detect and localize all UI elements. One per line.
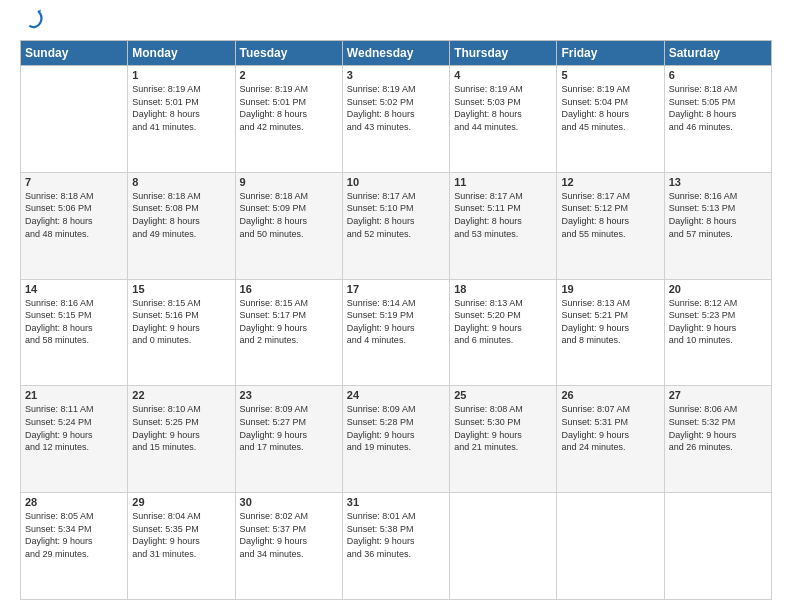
- day-info: Sunrise: 8:17 AM Sunset: 5:12 PM Dayligh…: [561, 190, 659, 240]
- calendar-cell: 7Sunrise: 8:18 AM Sunset: 5:06 PM Daylig…: [21, 172, 128, 279]
- day-number: 10: [347, 176, 445, 188]
- day-info: Sunrise: 8:04 AM Sunset: 5:35 PM Dayligh…: [132, 510, 230, 560]
- weekday-header: Wednesday: [342, 41, 449, 66]
- day-info: Sunrise: 8:19 AM Sunset: 5:02 PM Dayligh…: [347, 83, 445, 133]
- calendar-cell: 26Sunrise: 8:07 AM Sunset: 5:31 PM Dayli…: [557, 386, 664, 493]
- day-number: 27: [669, 389, 767, 401]
- day-info: Sunrise: 8:11 AM Sunset: 5:24 PM Dayligh…: [25, 403, 123, 453]
- day-number: 23: [240, 389, 338, 401]
- day-number: 15: [132, 283, 230, 295]
- day-info: Sunrise: 8:15 AM Sunset: 5:17 PM Dayligh…: [240, 297, 338, 347]
- day-number: 25: [454, 389, 552, 401]
- day-number: 20: [669, 283, 767, 295]
- day-info: Sunrise: 8:17 AM Sunset: 5:10 PM Dayligh…: [347, 190, 445, 240]
- calendar-cell: 19Sunrise: 8:13 AM Sunset: 5:21 PM Dayli…: [557, 279, 664, 386]
- calendar-header-row: SundayMondayTuesdayWednesdayThursdayFrid…: [21, 41, 772, 66]
- calendar-cell: 6Sunrise: 8:18 AM Sunset: 5:05 PM Daylig…: [664, 66, 771, 173]
- day-number: 4: [454, 69, 552, 81]
- day-number: 31: [347, 496, 445, 508]
- calendar-cell: 12Sunrise: 8:17 AM Sunset: 5:12 PM Dayli…: [557, 172, 664, 279]
- day-info: Sunrise: 8:15 AM Sunset: 5:16 PM Dayligh…: [132, 297, 230, 347]
- day-info: Sunrise: 8:13 AM Sunset: 5:20 PM Dayligh…: [454, 297, 552, 347]
- weekday-header: Friday: [557, 41, 664, 66]
- calendar-cell: 18Sunrise: 8:13 AM Sunset: 5:20 PM Dayli…: [450, 279, 557, 386]
- day-info: Sunrise: 8:07 AM Sunset: 5:31 PM Dayligh…: [561, 403, 659, 453]
- calendar-cell: 31Sunrise: 8:01 AM Sunset: 5:38 PM Dayli…: [342, 493, 449, 600]
- day-number: 18: [454, 283, 552, 295]
- day-number: 8: [132, 176, 230, 188]
- weekday-header: Saturday: [664, 41, 771, 66]
- day-number: 13: [669, 176, 767, 188]
- day-number: 3: [347, 69, 445, 81]
- weekday-header: Tuesday: [235, 41, 342, 66]
- calendar-cell: 14Sunrise: 8:16 AM Sunset: 5:15 PM Dayli…: [21, 279, 128, 386]
- day-info: Sunrise: 8:16 AM Sunset: 5:15 PM Dayligh…: [25, 297, 123, 347]
- day-number: 26: [561, 389, 659, 401]
- day-info: Sunrise: 8:19 AM Sunset: 5:03 PM Dayligh…: [454, 83, 552, 133]
- day-info: Sunrise: 8:18 AM Sunset: 5:08 PM Dayligh…: [132, 190, 230, 240]
- calendar-week-row: 21Sunrise: 8:11 AM Sunset: 5:24 PM Dayli…: [21, 386, 772, 493]
- day-number: 6: [669, 69, 767, 81]
- day-number: 11: [454, 176, 552, 188]
- day-number: 12: [561, 176, 659, 188]
- calendar-cell: [450, 493, 557, 600]
- calendar-cell: 10Sunrise: 8:17 AM Sunset: 5:10 PM Dayli…: [342, 172, 449, 279]
- calendar-cell: 17Sunrise: 8:14 AM Sunset: 5:19 PM Dayli…: [342, 279, 449, 386]
- day-info: Sunrise: 8:09 AM Sunset: 5:27 PM Dayligh…: [240, 403, 338, 453]
- calendar-cell: [21, 66, 128, 173]
- calendar-cell: 30Sunrise: 8:02 AM Sunset: 5:37 PM Dayli…: [235, 493, 342, 600]
- day-number: 24: [347, 389, 445, 401]
- day-number: 29: [132, 496, 230, 508]
- day-info: Sunrise: 8:14 AM Sunset: 5:19 PM Dayligh…: [347, 297, 445, 347]
- day-info: Sunrise: 8:08 AM Sunset: 5:30 PM Dayligh…: [454, 403, 552, 453]
- day-info: Sunrise: 8:19 AM Sunset: 5:01 PM Dayligh…: [132, 83, 230, 133]
- calendar-week-row: 28Sunrise: 8:05 AM Sunset: 5:34 PM Dayli…: [21, 493, 772, 600]
- calendar-cell: 16Sunrise: 8:15 AM Sunset: 5:17 PM Dayli…: [235, 279, 342, 386]
- calendar-cell: 28Sunrise: 8:05 AM Sunset: 5:34 PM Dayli…: [21, 493, 128, 600]
- day-number: 19: [561, 283, 659, 295]
- day-info: Sunrise: 8:01 AM Sunset: 5:38 PM Dayligh…: [347, 510, 445, 560]
- day-info: Sunrise: 8:05 AM Sunset: 5:34 PM Dayligh…: [25, 510, 123, 560]
- day-info: Sunrise: 8:18 AM Sunset: 5:09 PM Dayligh…: [240, 190, 338, 240]
- day-number: 17: [347, 283, 445, 295]
- calendar-week-row: 1Sunrise: 8:19 AM Sunset: 5:01 PM Daylig…: [21, 66, 772, 173]
- day-number: 5: [561, 69, 659, 81]
- calendar-cell: 8Sunrise: 8:18 AM Sunset: 5:08 PM Daylig…: [128, 172, 235, 279]
- day-number: 21: [25, 389, 123, 401]
- day-number: 16: [240, 283, 338, 295]
- day-number: 28: [25, 496, 123, 508]
- calendar-cell: [557, 493, 664, 600]
- logo: [20, 16, 44, 30]
- calendar-cell: 29Sunrise: 8:04 AM Sunset: 5:35 PM Dayli…: [128, 493, 235, 600]
- page: SundayMondayTuesdayWednesdayThursdayFrid…: [0, 0, 792, 612]
- logo-icon: [22, 8, 44, 30]
- calendar-cell: 1Sunrise: 8:19 AM Sunset: 5:01 PM Daylig…: [128, 66, 235, 173]
- calendar-cell: 2Sunrise: 8:19 AM Sunset: 5:01 PM Daylig…: [235, 66, 342, 173]
- weekday-header: Sunday: [21, 41, 128, 66]
- day-number: 14: [25, 283, 123, 295]
- day-number: 1: [132, 69, 230, 81]
- calendar-cell: 11Sunrise: 8:17 AM Sunset: 5:11 PM Dayli…: [450, 172, 557, 279]
- calendar-week-row: 7Sunrise: 8:18 AM Sunset: 5:06 PM Daylig…: [21, 172, 772, 279]
- weekday-header: Monday: [128, 41, 235, 66]
- calendar-cell: 25Sunrise: 8:08 AM Sunset: 5:30 PM Dayli…: [450, 386, 557, 493]
- calendar-cell: [664, 493, 771, 600]
- calendar-cell: 22Sunrise: 8:10 AM Sunset: 5:25 PM Dayli…: [128, 386, 235, 493]
- day-info: Sunrise: 8:13 AM Sunset: 5:21 PM Dayligh…: [561, 297, 659, 347]
- day-info: Sunrise: 8:12 AM Sunset: 5:23 PM Dayligh…: [669, 297, 767, 347]
- calendar: SundayMondayTuesdayWednesdayThursdayFrid…: [20, 40, 772, 600]
- calendar-cell: 9Sunrise: 8:18 AM Sunset: 5:09 PM Daylig…: [235, 172, 342, 279]
- day-info: Sunrise: 8:19 AM Sunset: 5:01 PM Dayligh…: [240, 83, 338, 133]
- day-info: Sunrise: 8:18 AM Sunset: 5:05 PM Dayligh…: [669, 83, 767, 133]
- day-number: 9: [240, 176, 338, 188]
- weekday-header: Thursday: [450, 41, 557, 66]
- day-number: 30: [240, 496, 338, 508]
- calendar-cell: 4Sunrise: 8:19 AM Sunset: 5:03 PM Daylig…: [450, 66, 557, 173]
- day-number: 22: [132, 389, 230, 401]
- day-info: Sunrise: 8:10 AM Sunset: 5:25 PM Dayligh…: [132, 403, 230, 453]
- calendar-cell: 20Sunrise: 8:12 AM Sunset: 5:23 PM Dayli…: [664, 279, 771, 386]
- day-info: Sunrise: 8:18 AM Sunset: 5:06 PM Dayligh…: [25, 190, 123, 240]
- day-info: Sunrise: 8:02 AM Sunset: 5:37 PM Dayligh…: [240, 510, 338, 560]
- day-info: Sunrise: 8:16 AM Sunset: 5:13 PM Dayligh…: [669, 190, 767, 240]
- day-number: 2: [240, 69, 338, 81]
